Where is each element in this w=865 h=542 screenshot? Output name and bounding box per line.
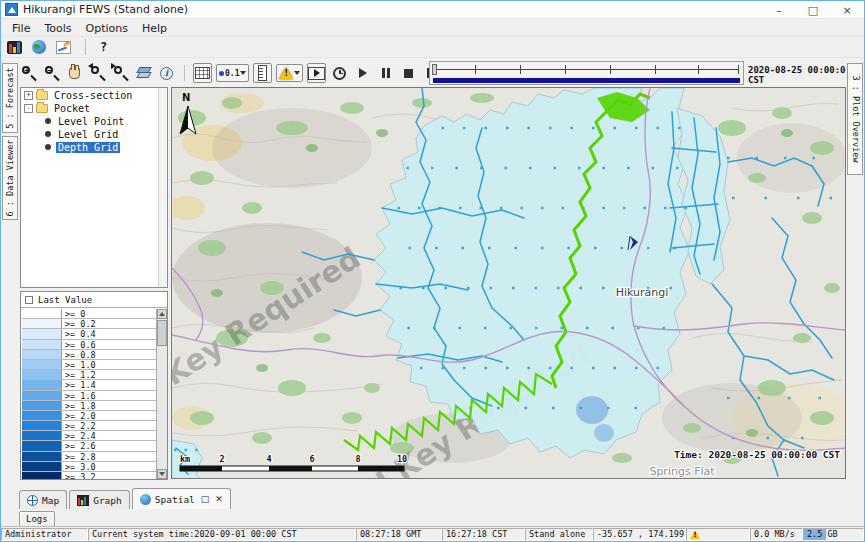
legend-swatch xyxy=(22,401,62,410)
pause-button[interactable] xyxy=(376,63,395,83)
expand-toggle-icon[interactable]: + xyxy=(24,91,33,100)
layers-icon xyxy=(136,66,152,80)
close-panel-icon[interactable]: ✕ xyxy=(215,494,223,504)
legend-row: >= 2.2 xyxy=(22,421,156,431)
timer-button[interactable] xyxy=(330,63,349,83)
tree-item-level-grid[interactable]: Level Grid xyxy=(21,128,167,140)
grid-display-button[interactable] xyxy=(193,63,212,83)
legend-row: >= 1.8 xyxy=(22,401,156,411)
title-bar: Hikurangi FEWS (Stand alone) – □ × xyxy=(1,1,864,19)
tree-item-cross-section[interactable]: + Cross-section xyxy=(21,89,167,101)
ruler-icon xyxy=(258,65,267,81)
status-mode: Stand alone xyxy=(525,528,593,541)
menu-options[interactable]: Options xyxy=(79,21,135,36)
zoom-next-button[interactable] xyxy=(111,63,130,83)
clock-icon xyxy=(333,67,346,80)
legend-swatch xyxy=(22,309,62,318)
play-button[interactable] xyxy=(353,63,372,83)
legend-swatch xyxy=(22,421,62,430)
info-button[interactable]: i xyxy=(157,63,176,83)
svg-text:km: km xyxy=(180,454,190,464)
legend-row: >= 0.6 xyxy=(22,340,156,350)
status-local-time: 16:27:18 CST xyxy=(442,528,525,541)
status-warning-cell[interactable] xyxy=(686,528,750,541)
legend-row: >= 1.0 xyxy=(22,360,156,370)
zoom-in-button[interactable]: + xyxy=(19,63,38,83)
status-memory: 2.5 GB xyxy=(803,528,864,541)
map-label-springs-flat: Springs Flat xyxy=(649,465,715,478)
bullet-icon xyxy=(45,144,51,150)
time-slider-handle[interactable] xyxy=(432,64,437,75)
legend-swatch xyxy=(22,350,62,359)
menu-tools[interactable]: Tools xyxy=(37,21,78,36)
legend-swatch xyxy=(22,370,62,379)
legend-row: >= 0.8 xyxy=(22,350,156,360)
logs-button[interactable]: Logs xyxy=(19,511,55,527)
menu-file[interactable]: File xyxy=(5,21,37,36)
tab-map[interactable]: Map xyxy=(19,490,67,509)
time-slider[interactable] xyxy=(429,61,744,85)
performance-monitor-icon[interactable] xyxy=(7,41,22,54)
globe-icon xyxy=(27,495,38,506)
decimal-precision-dropdown[interactable]: 0.1 xyxy=(216,64,249,82)
thresholds-dropdown[interactable] xyxy=(276,64,303,82)
main-toolbar: ? xyxy=(1,37,864,58)
scroll-down-icon[interactable] xyxy=(157,469,167,479)
menu-help[interactable]: Help xyxy=(135,21,174,36)
minimize-button[interactable]: – xyxy=(762,1,796,19)
toolbar-separator xyxy=(184,65,185,81)
layers-button[interactable] xyxy=(134,63,153,83)
tree-scrollbar[interactable] xyxy=(158,88,167,287)
scale-ruler-button[interactable] xyxy=(253,63,272,83)
warning-icon xyxy=(279,67,293,79)
map-time-label: Time: 2020-08-25 00:00:00 CST xyxy=(674,449,840,460)
play-icon xyxy=(359,68,367,78)
tab-forecast[interactable]: 5 : Forecast xyxy=(2,63,18,133)
chevron-down-icon xyxy=(294,71,300,75)
bullet-icon xyxy=(45,118,51,124)
legend-panel: Last Value >= 0 >= 0.2 >= 0.4 >= 0.6 >= … xyxy=(20,291,168,480)
app-icon xyxy=(5,3,18,16)
warning-icon xyxy=(690,530,700,539)
chevron-down-icon xyxy=(240,71,246,75)
map-view[interactable]: API Key Required API Key Required xyxy=(171,87,846,479)
tab-plot-overview[interactable]: 3 : Plot Overview xyxy=(847,63,863,175)
legend-row: >= 2.4 xyxy=(22,431,156,441)
legend-row: >= 1.4 xyxy=(22,380,156,390)
legend-swatch xyxy=(22,360,62,369)
legend-swatch xyxy=(22,340,62,349)
tree-item-depth-grid[interactable]: Depth Grid xyxy=(21,141,167,153)
legend-swatch xyxy=(22,411,62,420)
legend-row: >= 2.8 xyxy=(22,452,156,462)
tree-item-pocket[interactable]: - Pocket xyxy=(21,102,167,114)
zoom-previous-button[interactable] xyxy=(88,63,107,83)
maximize-button[interactable]: □ xyxy=(796,1,830,19)
spatial-display-icon[interactable] xyxy=(32,40,46,54)
pan-button[interactable] xyxy=(65,63,84,83)
tab-spatial[interactable]: Spatial □ ✕ xyxy=(132,488,231,509)
restore-panel-icon[interactable]: □ xyxy=(201,494,210,504)
scroll-up-icon[interactable] xyxy=(157,309,167,319)
tab-graph[interactable]: Graph xyxy=(69,490,130,509)
collapse-toggle-icon[interactable]: - xyxy=(24,104,33,113)
tab-data-viewer[interactable]: 6 : Data Viewer xyxy=(2,136,18,220)
dot-icon xyxy=(219,71,224,76)
legend-swatch xyxy=(22,391,62,400)
last-value-checkbox[interactable] xyxy=(25,296,33,304)
zoom-out-button[interactable]: − xyxy=(42,63,61,83)
stop-button[interactable] xyxy=(399,63,418,83)
layer-tree-panel: + Cross-section - Pocket Level Point Lev… xyxy=(20,87,168,288)
close-button[interactable]: × xyxy=(830,1,864,19)
legend-row: >= 3.0 xyxy=(22,462,156,472)
status-system-time: Current system time:2020-09-01 00:00 CST xyxy=(88,528,356,541)
legend-row: >= 0.2 xyxy=(22,319,156,329)
time-range-bar xyxy=(433,78,740,83)
help-button[interactable]: ? xyxy=(100,40,107,54)
timeseries-chart-icon[interactable] xyxy=(56,41,71,54)
bottom-tab-bar: Map Graph Spatial □ ✕ xyxy=(19,487,231,509)
tree-item-level-point[interactable]: Level Point xyxy=(21,115,167,127)
animation-button[interactable] xyxy=(307,63,326,83)
legend-row: >= 2.0 xyxy=(22,411,156,421)
legend-scrollbar[interactable] xyxy=(156,309,167,479)
scroll-thumb[interactable] xyxy=(157,320,167,346)
